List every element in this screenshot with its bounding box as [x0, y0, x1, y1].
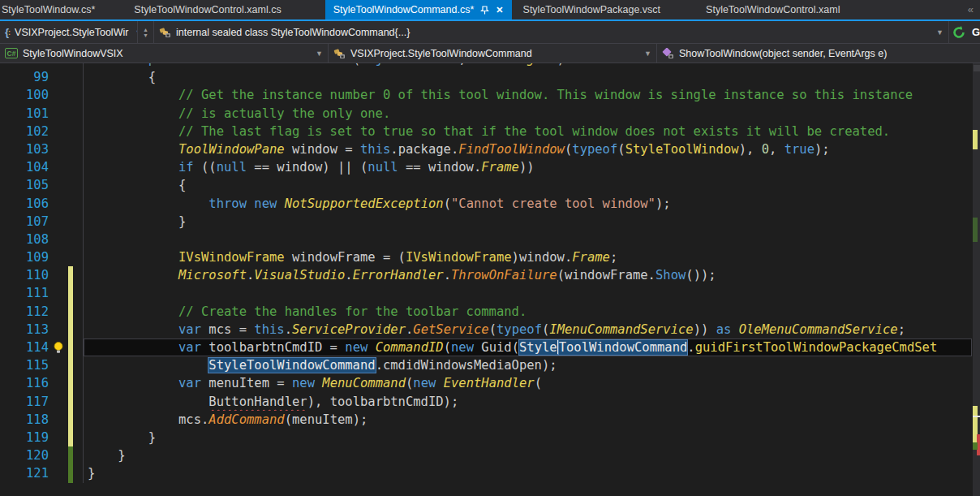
code-token: CommandID [376, 340, 444, 355]
code-token: ( [489, 322, 496, 337]
change-tracking-bar [68, 284, 73, 302]
document-tab-bar: StyleToolWindow.cs*StyleToolWindowContro… [0, 0, 980, 21]
scope-dropdown-value: VSIXProject.StyleToolWir [15, 27, 128, 38]
code-line-116[interactable]: 116 var menuItem = new MenuCommand(new E… [0, 374, 972, 392]
code-line-115[interactable]: 115 StyleToolWindowCommand.cmdidWindowsM… [0, 356, 972, 374]
code-text: // The last flag is set to true so that … [83, 123, 972, 140]
tab-label: StyleToolWindowControl.xaml.cs [134, 4, 281, 15]
code-line-107[interactable]: 107 } [0, 213, 972, 231]
code-token: . [345, 268, 352, 283]
member-dropdown[interactable]: ShowToolWindow(object sender, EventArgs … [657, 44, 980, 63]
code-line-104[interactable]: 104 if ((null == window) || (null == win… [0, 158, 972, 176]
vertical-scrollbar[interactable] [972, 63, 980, 496]
project-dropdown[interactable]: C# StyleToolWindowVSIX ▼ [0, 44, 329, 63]
code-line-113[interactable]: 113 var mcs = this.ServiceProvider.GetSe… [0, 321, 972, 339]
code-token: // The last flag is set to true so that … [178, 124, 890, 139]
code-line-112[interactable]: 112 // Create the handles for the toolba… [0, 303, 972, 321]
signature-dropdown[interactable]: internal sealed class StyleToolWindowCom… [154, 21, 949, 43]
tab-styletoolwindowcontrol-xaml-cs[interactable]: StyleToolWindowControl.xaml.cs [126, 0, 289, 19]
code-token: // Get the instance number 0 of this too… [178, 88, 913, 102]
code-line-100[interactable]: 100 // Get the instance number 0 of this… [0, 86, 972, 104]
glyph-margin [49, 176, 68, 194]
tab-styletoolwindowcontrol-xaml[interactable]: StyleToolWindowControl.xaml [698, 0, 848, 19]
tab-overflow-chevron-icon[interactable]: « [968, 3, 974, 15]
code-line-99[interactable]: 99 { [0, 68, 972, 86]
close-icon[interactable]: ✕ [496, 5, 503, 15]
line-number: 116 [0, 374, 49, 392]
change-tracking-bar [68, 464, 73, 482]
scope-dropdown[interactable]: {: VSIXProject.StyleToolWir ▼ [0, 21, 138, 43]
code-token: new [292, 376, 315, 390]
code-line-121[interactable]: 121} [0, 464, 972, 482]
change-tracking-margin [68, 105, 73, 123]
code-token: } [88, 466, 95, 481]
code-line-120[interactable]: 120 } [0, 446, 972, 464]
code-line-119[interactable]: 119 } [0, 429, 972, 446]
line-number: 99 [0, 68, 49, 86]
code-token: Microsoft [178, 268, 247, 283]
scrollbar-options-button[interactable] [974, 65, 980, 71]
code-line-106[interactable]: 106 throw new NotSupportedException("Can… [0, 195, 972, 213]
code-text [83, 284, 972, 302]
code-token: menuItem = [201, 376, 292, 390]
code-line-101[interactable]: 101 // is actually the only one. [0, 105, 972, 123]
vs-editor-window: StyleToolWindow.cs*StyleToolWindowContro… [0, 0, 980, 496]
code-text: Microsoft.VisualStudio.ErrorHandler.Thro… [83, 266, 972, 284]
code-line-105[interactable]: 105 { [0, 176, 972, 194]
glyph-margin [49, 429, 68, 446]
code-text: } [83, 429, 972, 446]
code-token [247, 196, 254, 211]
member-spinner[interactable]: ▲▼ [138, 21, 154, 43]
code-text: { [83, 176, 972, 194]
refresh-button[interactable]: G [949, 21, 980, 43]
code-line-111[interactable]: 111 [0, 284, 972, 302]
code-line-103[interactable]: 103 ToolWindowPane window = this.package… [0, 140, 972, 158]
code-text: // Create the handles for the toolbar co… [83, 303, 972, 321]
code-line-110[interactable]: 110 Microsoft.VisualStudio.ErrorHandler.… [0, 266, 972, 284]
code-text: if ((null == window) || (null == window.… [83, 158, 972, 176]
code-text: IVsWindowFrame windowFrame = (IVsWindowF… [83, 248, 972, 266]
code-token: ; [898, 322, 905, 337]
code-token: 0 [762, 142, 769, 157]
type-dropdown[interactable]: VSIXProject.StyleToolWindowCommand ▼ [329, 44, 657, 63]
code-line-118[interactable]: 118 mcs.AddCommand(menuItem); [0, 411, 972, 429]
code-token: ErrorHandler [353, 268, 444, 283]
change-tracking-margin [68, 176, 73, 194]
change-tracking-margin [68, 213, 73, 231]
line-number: 103 [0, 140, 49, 158]
code-token [436, 376, 443, 390]
pin-icon[interactable] [480, 6, 489, 15]
code-token: Guid( [474, 340, 519, 355]
change-tracking-bar [68, 303, 73, 321]
code-line-102[interactable]: 102 // The last flag is set to true so t… [0, 123, 972, 140]
code-token: ServiceProvider [292, 322, 406, 337]
code-line-114[interactable]: 114 var toolbarbtnCmdID = new CommandID(… [0, 339, 972, 356]
code-token: . [687, 340, 694, 355]
code-line-109[interactable]: 109 IVsWindowFrame windowFrame = (IVsWin… [0, 248, 972, 266]
code-token: . [444, 268, 451, 283]
code-line-108[interactable]: 108 [0, 231, 972, 248]
code-token: (( [194, 160, 217, 175]
code-token: .cmdidWindowsMediaOpen); [376, 358, 557, 373]
code-editor[interactable]: 98 private void ShowToolWindow(object se… [0, 63, 980, 496]
glyph-margin [49, 123, 68, 140]
glyph-margin [49, 374, 68, 392]
chevron-down-icon: ▼ [638, 50, 651, 58]
code-token: this [360, 142, 390, 157]
code-token: void [208, 63, 239, 67]
code-text: // Get the instance number 0 of this too… [83, 86, 972, 104]
code-line-117[interactable]: 117 ButtonHandler), toolbarbtnCmdID); [0, 393, 972, 411]
tab-styletoolwindow-cs-[interactable]: StyleToolWindow.cs* [0, 0, 103, 19]
code-token: . [247, 268, 254, 283]
line-number: 118 [0, 411, 49, 429]
tab-styletoolwindowpackage-vsct[interactable]: StyleToolWindowPackage.vsct [515, 0, 669, 19]
code-token: , [769, 142, 784, 157]
change-tracking-bar [68, 339, 73, 356]
code-token: ); [815, 142, 830, 157]
code-token: // is actually the only one. [178, 106, 390, 121]
edit-toolbar: {: VSIXProject.StyleToolWir ▼ ▲▼ interna… [0, 21, 980, 44]
lightbulb-icon[interactable] [49, 339, 68, 356]
member-dropdown-value: ShowToolWindow(object sender, EventArgs … [679, 48, 887, 59]
tab-styletoolwindowcommand-cs-[interactable]: StyleToolWindowCommand.cs*✕ [325, 0, 512, 19]
change-tracking-bar [68, 393, 73, 411]
